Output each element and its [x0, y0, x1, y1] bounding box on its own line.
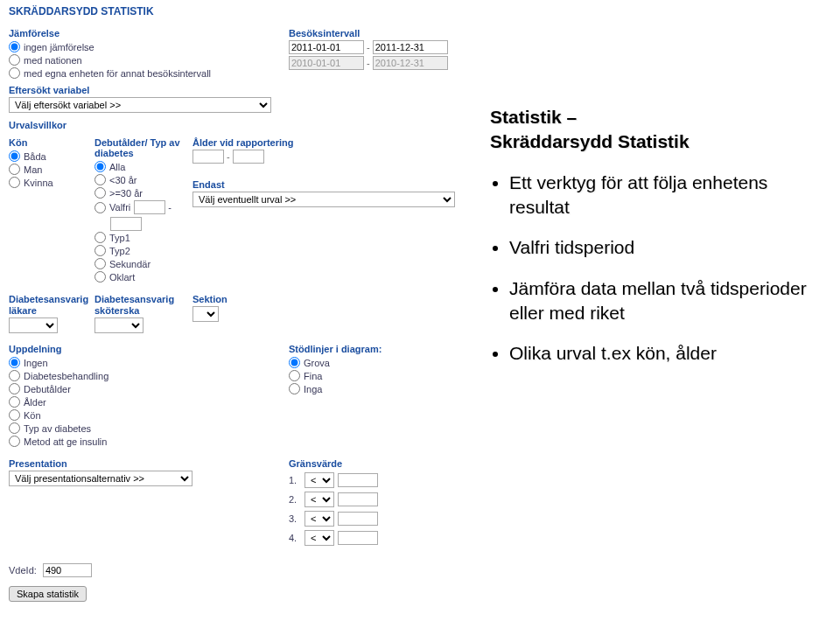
- debut-opt-3[interactable]: Valfri -: [94, 200, 192, 214]
- endast-label: Endast: [192, 179, 464, 190]
- jamforelse-opt-2[interactable]: med egna enheten för annat besöksinterva…: [9, 67, 289, 79]
- kon-label: Kön: [9, 137, 94, 148]
- vdeid-label: VdeId:: [9, 565, 37, 576]
- sektion-select[interactable]: [192, 306, 219, 322]
- stod-opt-1[interactable]: Fina: [289, 370, 382, 381]
- kon-opt-0-label: Båda: [24, 151, 46, 162]
- upp-opt-6-label: Metod att ge insulin: [24, 436, 107, 447]
- gransvarde-op-1[interactable]: <: [304, 472, 334, 488]
- upp-opt-5[interactable]: Typ av diabetes: [9, 422, 289, 434]
- gransvarde-op-2[interactable]: <: [304, 492, 334, 507]
- upp-opt-3[interactable]: Ålder: [9, 396, 289, 408]
- sep: -: [367, 42, 370, 52]
- diab-skot-select[interactable]: [94, 317, 144, 333]
- upp-opt-5-label: Typ av diabetes: [24, 423, 91, 434]
- sep: -: [367, 58, 370, 68]
- endast-select[interactable]: Välj eventuellt urval >>: [192, 192, 455, 207]
- vdeid-input[interactable]: [43, 563, 92, 577]
- jamforelse-opt-0-label: ingen jämförelse: [24, 42, 94, 52]
- side-b4: Olika urval t.ex kön, ålder: [509, 341, 814, 366]
- alder-from[interactable]: [192, 150, 224, 164]
- kon-opt-1[interactable]: Man: [9, 164, 94, 175]
- besok-d1a[interactable]: [289, 40, 364, 54]
- side-b3: Jämföra data mellan två tidsperioder ell…: [509, 276, 814, 326]
- besok-d1b[interactable]: [373, 40, 448, 54]
- presentation-label: Presentation: [9, 458, 289, 469]
- gransvarde-val-1[interactable]: [338, 473, 378, 487]
- presentation-select[interactable]: Välj presentationsalternativ >>: [9, 471, 192, 486]
- upp-opt-2-label: Debutålder: [24, 384, 71, 394]
- type-opt-3-label: Oklart: [109, 272, 135, 283]
- debut-opt-0[interactable]: Alla: [94, 161, 192, 172]
- alder-to[interactable]: [233, 150, 264, 164]
- type-opt-2[interactable]: Sekundär: [94, 258, 192, 269]
- side-h1: Statistik –: [490, 107, 577, 127]
- side-h2: Skräddarsydd Statistik: [490, 131, 690, 151]
- gransvarde-op-3[interactable]: <: [304, 511, 334, 527]
- gransvarde-val-4[interactable]: [338, 531, 378, 545]
- debut-valfri-from[interactable]: [134, 200, 165, 214]
- eftersokt-select[interactable]: Välj eftersökt variabel >>: [9, 97, 271, 113]
- diab-lak-label: Diabetesansvarig läkare: [9, 294, 94, 316]
- upp-opt-3-label: Ålder: [24, 397, 46, 408]
- stod-opt-0[interactable]: Grova: [289, 357, 382, 368]
- gransvarde-val-3[interactable]: [338, 512, 378, 526]
- gransvarde-op-4[interactable]: <: [304, 530, 334, 546]
- kon-opt-1-label: Man: [24, 164, 42, 175]
- type-opt-1-label: Typ2: [109, 246, 130, 256]
- side-panel: Statistik – Skräddarsydd Statistik Ett v…: [490, 105, 814, 382]
- debut-opt-2-label: >=30 år: [109, 188, 143, 199]
- type-opt-1[interactable]: Typ2: [94, 245, 192, 256]
- stodlinjer-label: Stödlinjer i diagram:: [289, 344, 382, 354]
- jamforelse-opt-2-label: med egna enheten för annat besöksinterva…: [24, 68, 211, 79]
- gransvarde-row-1: 1.<: [289, 472, 378, 488]
- side-b2: Valfri tidsperiod: [509, 235, 814, 260]
- kon-opt-2[interactable]: Kvinna: [9, 177, 94, 188]
- sektion-label: Sektion: [192, 294, 228, 304]
- upp-opt-0-label: Ingen: [24, 358, 48, 368]
- jamforelse-opt-1[interactable]: med nationen: [9, 54, 289, 66]
- upp-opt-1-label: Diabetesbehandling: [24, 371, 108, 381]
- skapa-statistik-button[interactable]: Skapa statistik: [9, 586, 87, 602]
- debut-opt-1-label: <30 år: [109, 175, 137, 185]
- stod-opt-2[interactable]: Inga: [289, 383, 382, 394]
- debut-opt-1[interactable]: <30 år: [94, 174, 192, 185]
- jamforelse-opt-1-label: med nationen: [24, 55, 82, 66]
- stod-opt-1-label: Fina: [304, 371, 322, 381]
- diab-lak-select[interactable]: [9, 317, 58, 333]
- jamforelse-label: Jämförelse: [9, 28, 289, 38]
- stod-opt-2-label: Inga: [304, 384, 322, 394]
- page-title: SKRÄDDARSYDD STATISTIK: [9, 5, 840, 17]
- besok-d2a: [289, 56, 364, 70]
- debut-opt-3-label: Valfri: [109, 202, 130, 213]
- upp-opt-1[interactable]: Diabetesbehandling: [9, 370, 289, 381]
- debut-label: Debutålder/ Typ av diabetes: [94, 137, 192, 158]
- type-opt-2-label: Sekundär: [109, 259, 150, 269]
- besok-d2b: [373, 56, 448, 70]
- gransvarde-label: Gränsvärde: [289, 458, 378, 469]
- debut-opt-0-label: Alla: [109, 162, 125, 172]
- upp-opt-0[interactable]: Ingen: [9, 357, 289, 368]
- upp-opt-4-label: Kön: [24, 410, 41, 421]
- kon-opt-0[interactable]: Båda: [9, 150, 94, 162]
- besoksintervall-label: Besöksintervall: [289, 28, 448, 38]
- gransvarde-row-4: 4.<: [289, 530, 378, 546]
- gransvarde-val-2[interactable]: [338, 492, 378, 506]
- alder-rap-label: Ålder vid rapportering: [192, 137, 464, 148]
- type-opt-0[interactable]: Typ1: [94, 232, 192, 243]
- gransvarde-row-2: 2.<: [289, 492, 378, 507]
- stod-opt-0-label: Grova: [304, 358, 330, 368]
- upp-opt-4[interactable]: Kön: [9, 409, 289, 421]
- upp-opt-2[interactable]: Debutålder: [9, 383, 289, 394]
- jamforelse-opt-0[interactable]: ingen jämförelse: [9, 41, 289, 52]
- type-opt-0-label: Typ1: [109, 233, 130, 243]
- debut-valfri-to[interactable]: [110, 217, 142, 231]
- debut-opt-2[interactable]: >=30 år: [94, 187, 192, 199]
- type-opt-3[interactable]: Oklart: [94, 271, 192, 283]
- upp-opt-6[interactable]: Metod att ge insulin: [9, 436, 289, 447]
- diab-skot-label: Diabetesansvarig sköterska: [94, 294, 192, 316]
- gransvarde-row-3: 3.<: [289, 511, 378, 527]
- side-b1: Ett verktyg för att följa enhetens resul…: [509, 171, 814, 220]
- eftersokt-label: Eftersökt variabel: [9, 85, 840, 95]
- uppdelning-label: Uppdelning: [9, 344, 289, 354]
